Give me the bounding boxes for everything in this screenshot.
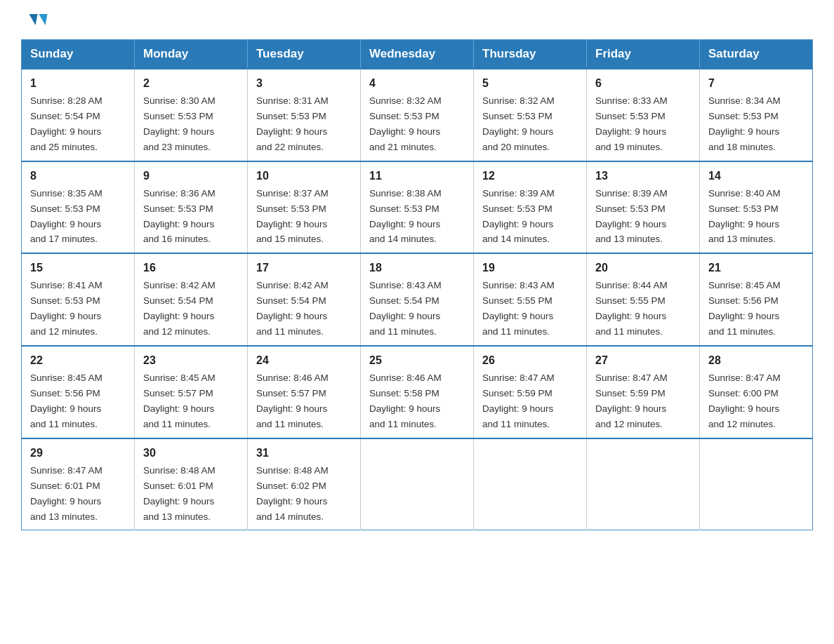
day-cell <box>700 438 813 530</box>
logo <box>21 14 46 25</box>
day-cell: 20 Sunrise: 8:44 AMSunset: 5:55 PMDaylig… <box>587 253 700 346</box>
day-number: 13 <box>595 168 691 185</box>
day-cell: 16 Sunrise: 8:42 AMSunset: 5:54 PMDaylig… <box>135 253 248 346</box>
day-cell: 26 Sunrise: 8:47 AMSunset: 5:59 PMDaylig… <box>474 346 587 438</box>
page-header <box>21 14 813 25</box>
day-number: 14 <box>708 168 804 185</box>
day-cell: 12 Sunrise: 8:39 AMSunset: 5:53 PMDaylig… <box>474 161 587 254</box>
day-number: 8 <box>30 168 126 185</box>
day-cell: 14 Sunrise: 8:40 AMSunset: 5:53 PMDaylig… <box>700 161 813 254</box>
day-number: 19 <box>482 260 578 276</box>
week-row-5: 29 Sunrise: 8:47 AMSunset: 6:01 PMDaylig… <box>22 438 813 530</box>
day-number: 17 <box>256 260 352 276</box>
day-number: 22 <box>30 352 126 369</box>
day-info: Sunrise: 8:39 AMSunset: 5:53 PMDaylight:… <box>482 188 555 245</box>
day-number: 31 <box>256 445 352 462</box>
weekday-header-friday: Friday <box>587 40 700 69</box>
day-info: Sunrise: 8:37 AMSunset: 5:53 PMDaylight:… <box>256 188 329 245</box>
logo-arrow-light <box>37 14 48 25</box>
day-info: Sunrise: 8:45 AMSunset: 5:57 PMDaylight:… <box>143 373 216 429</box>
day-info: Sunrise: 8:33 AMSunset: 5:53 PMDaylight:… <box>595 95 668 152</box>
day-cell: 31 Sunrise: 8:48 AMSunset: 6:02 PMDaylig… <box>248 438 361 530</box>
day-number: 11 <box>369 168 465 185</box>
day-info: Sunrise: 8:43 AMSunset: 5:54 PMDaylight:… <box>369 280 442 337</box>
day-number: 28 <box>708 352 804 369</box>
day-number: 15 <box>30 260 126 276</box>
day-info: Sunrise: 8:47 AMSunset: 5:59 PMDaylight:… <box>482 373 555 429</box>
week-row-1: 1 Sunrise: 8:28 AMSunset: 5:54 PMDayligh… <box>22 69 813 161</box>
day-info: Sunrise: 8:42 AMSunset: 5:54 PMDaylight:… <box>256 280 329 337</box>
week-row-3: 15 Sunrise: 8:41 AMSunset: 5:53 PMDaylig… <box>22 253 813 346</box>
day-number: 5 <box>482 75 578 92</box>
day-number: 4 <box>369 75 465 92</box>
day-cell <box>474 438 587 530</box>
day-number: 2 <box>143 75 239 92</box>
logo-arrow-dark <box>27 14 38 25</box>
day-cell: 3 Sunrise: 8:31 AMSunset: 5:53 PMDayligh… <box>248 69 361 161</box>
week-row-4: 22 Sunrise: 8:45 AMSunset: 5:56 PMDaylig… <box>22 346 813 438</box>
weekday-header-tuesday: Tuesday <box>248 40 361 69</box>
day-info: Sunrise: 8:31 AMSunset: 5:53 PMDaylight:… <box>256 95 329 152</box>
day-info: Sunrise: 8:32 AMSunset: 5:53 PMDaylight:… <box>482 95 555 152</box>
day-cell: 27 Sunrise: 8:47 AMSunset: 5:59 PMDaylig… <box>587 346 700 438</box>
day-number: 30 <box>143 445 239 462</box>
day-cell: 5 Sunrise: 8:32 AMSunset: 5:53 PMDayligh… <box>474 69 587 161</box>
day-cell: 25 Sunrise: 8:46 AMSunset: 5:58 PMDaylig… <box>361 346 474 438</box>
day-number: 18 <box>369 260 465 276</box>
day-cell: 28 Sunrise: 8:47 AMSunset: 6:00 PMDaylig… <box>700 346 813 438</box>
day-cell: 19 Sunrise: 8:43 AMSunset: 5:55 PMDaylig… <box>474 253 587 346</box>
day-cell: 30 Sunrise: 8:48 AMSunset: 6:01 PMDaylig… <box>135 438 248 530</box>
day-info: Sunrise: 8:48 AMSunset: 6:01 PMDaylight:… <box>143 465 216 522</box>
day-info: Sunrise: 8:41 AMSunset: 5:53 PMDaylight:… <box>30 280 102 337</box>
day-number: 7 <box>708 75 804 92</box>
weekday-header-saturday: Saturday <box>700 40 813 69</box>
day-number: 24 <box>256 352 352 369</box>
day-info: Sunrise: 8:46 AMSunset: 5:58 PMDaylight:… <box>369 373 442 429</box>
day-cell: 7 Sunrise: 8:34 AMSunset: 5:53 PMDayligh… <box>700 69 813 161</box>
day-info: Sunrise: 8:44 AMSunset: 5:55 PMDaylight:… <box>595 280 668 337</box>
day-info: Sunrise: 8:47 AMSunset: 6:00 PMDaylight:… <box>708 373 781 429</box>
weekday-row: SundayMondayTuesdayWednesdayThursdayFrid… <box>22 40 813 69</box>
day-number: 6 <box>595 75 691 92</box>
day-cell: 21 Sunrise: 8:45 AMSunset: 5:56 PMDaylig… <box>700 253 813 346</box>
day-cell: 9 Sunrise: 8:36 AMSunset: 5:53 PMDayligh… <box>135 161 248 254</box>
day-cell: 10 Sunrise: 8:37 AMSunset: 5:53 PMDaylig… <box>248 161 361 254</box>
day-number: 29 <box>30 445 126 462</box>
day-number: 26 <box>482 352 578 369</box>
day-number: 9 <box>143 168 239 185</box>
day-cell: 22 Sunrise: 8:45 AMSunset: 5:56 PMDaylig… <box>22 346 135 438</box>
day-info: Sunrise: 8:47 AMSunset: 5:59 PMDaylight:… <box>595 373 668 429</box>
day-cell: 4 Sunrise: 8:32 AMSunset: 5:53 PMDayligh… <box>361 69 474 161</box>
day-cell: 24 Sunrise: 8:46 AMSunset: 5:57 PMDaylig… <box>248 346 361 438</box>
day-info: Sunrise: 8:36 AMSunset: 5:53 PMDaylight:… <box>143 188 216 245</box>
day-info: Sunrise: 8:30 AMSunset: 5:53 PMDaylight:… <box>143 95 216 152</box>
week-row-2: 8 Sunrise: 8:35 AMSunset: 5:53 PMDayligh… <box>22 161 813 254</box>
day-cell: 23 Sunrise: 8:45 AMSunset: 5:57 PMDaylig… <box>135 346 248 438</box>
day-cell <box>587 438 700 530</box>
calendar-header: SundayMondayTuesdayWednesdayThursdayFrid… <box>22 40 813 69</box>
day-info: Sunrise: 8:45 AMSunset: 5:56 PMDaylight:… <box>708 280 781 337</box>
day-info: Sunrise: 8:42 AMSunset: 5:54 PMDaylight:… <box>143 280 216 337</box>
weekday-header-wednesday: Wednesday <box>361 40 474 69</box>
day-cell: 13 Sunrise: 8:39 AMSunset: 5:53 PMDaylig… <box>587 161 700 254</box>
day-cell <box>361 438 474 530</box>
day-info: Sunrise: 8:28 AMSunset: 5:54 PMDaylight:… <box>30 95 102 152</box>
day-number: 3 <box>256 75 352 92</box>
day-number: 23 <box>143 352 239 369</box>
day-info: Sunrise: 8:34 AMSunset: 5:53 PMDaylight:… <box>708 95 781 152</box>
day-info: Sunrise: 8:32 AMSunset: 5:53 PMDaylight:… <box>369 95 442 152</box>
day-cell: 1 Sunrise: 8:28 AMSunset: 5:54 PMDayligh… <box>22 69 135 161</box>
logo-blue-text <box>21 14 46 25</box>
day-cell: 6 Sunrise: 8:33 AMSunset: 5:53 PMDayligh… <box>587 69 700 161</box>
day-info: Sunrise: 8:39 AMSunset: 5:53 PMDaylight:… <box>595 188 668 245</box>
day-info: Sunrise: 8:46 AMSunset: 5:57 PMDaylight:… <box>256 373 329 429</box>
weekday-header-monday: Monday <box>135 40 248 69</box>
day-cell: 2 Sunrise: 8:30 AMSunset: 5:53 PMDayligh… <box>135 69 248 161</box>
day-info: Sunrise: 8:47 AMSunset: 6:01 PMDaylight:… <box>30 465 102 522</box>
day-number: 27 <box>595 352 691 369</box>
day-cell: 11 Sunrise: 8:38 AMSunset: 5:53 PMDaylig… <box>361 161 474 254</box>
day-info: Sunrise: 8:45 AMSunset: 5:56 PMDaylight:… <box>30 373 102 429</box>
day-info: Sunrise: 8:35 AMSunset: 5:53 PMDaylight:… <box>30 188 102 245</box>
day-cell: 29 Sunrise: 8:47 AMSunset: 6:01 PMDaylig… <box>22 438 135 530</box>
day-number: 20 <box>595 260 691 276</box>
